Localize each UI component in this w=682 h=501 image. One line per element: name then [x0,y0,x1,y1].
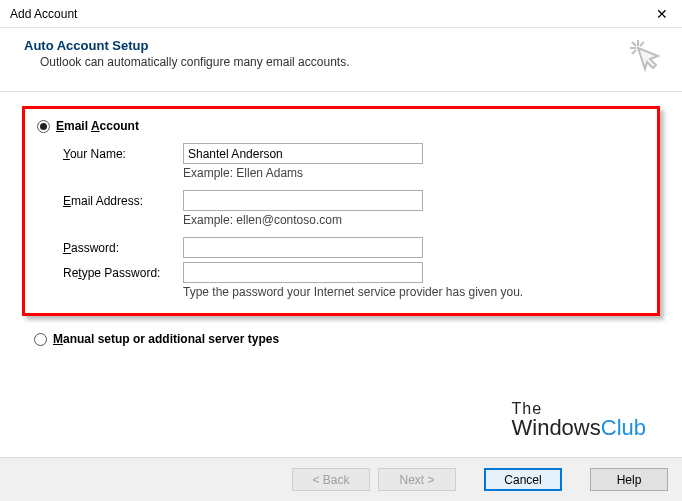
wizard-body: Email Account Your Name: Example: Ellen … [0,92,682,354]
row-your-name: Your Name: [63,143,645,164]
label-email: Email Address: [63,194,183,208]
help-button[interactable]: Help [590,468,668,491]
titlebar: Add Account ✕ [0,0,682,28]
radio-manual-setup[interactable]: Manual setup or additional server types [34,332,660,346]
radio-icon [34,333,47,346]
helper-text-password: Type the password your Internet service … [183,285,523,299]
wizard-header: Auto Account Setup Outlook can automatic… [0,28,682,92]
helper-text-your-name: Example: Ellen Adams [183,166,303,180]
input-your-name[interactable] [183,143,423,164]
watermark: The WindowsClub [512,401,647,439]
wizard-footer: < Back Next > Cancel Help [0,457,682,501]
helper-text-email: Example: ellen@contoso.com [183,213,342,227]
input-retype-password[interactable] [183,262,423,283]
label-your-name: Your Name: [63,147,183,161]
radio-label: Manual setup or additional server types [53,332,279,346]
row-password: Password: [63,237,645,258]
helper-your-name: Example: Ellen Adams [63,166,645,180]
svg-line-3 [640,42,644,46]
watermark-line2: WindowsClub [512,417,647,439]
radio-label: Email Account [56,119,139,133]
row-retype: Retype Password: [63,262,645,283]
next-button: Next > [378,468,456,491]
label-retype: Retype Password: [63,266,183,280]
radio-icon [37,120,50,133]
helper-password: Type the password your Internet service … [63,285,645,299]
svg-line-2 [632,42,636,46]
back-button: < Back [292,468,370,491]
window-title: Add Account [10,7,77,21]
input-email[interactable] [183,190,423,211]
header-title: Auto Account Setup [24,38,658,53]
helper-email: Example: ellen@contoso.com [63,213,645,227]
cursor-click-icon [628,38,662,75]
radio-email-account[interactable]: Email Account [37,119,645,133]
row-email: Email Address: [63,190,645,211]
highlight-box: Email Account Your Name: Example: Ellen … [22,106,660,316]
label-password: Password: [63,241,183,255]
svg-line-4 [632,50,636,54]
input-password[interactable] [183,237,423,258]
cancel-button[interactable]: Cancel [484,468,562,491]
close-button[interactable]: ✕ [650,4,674,24]
header-subtitle: Outlook can automatically configure many… [40,55,658,69]
